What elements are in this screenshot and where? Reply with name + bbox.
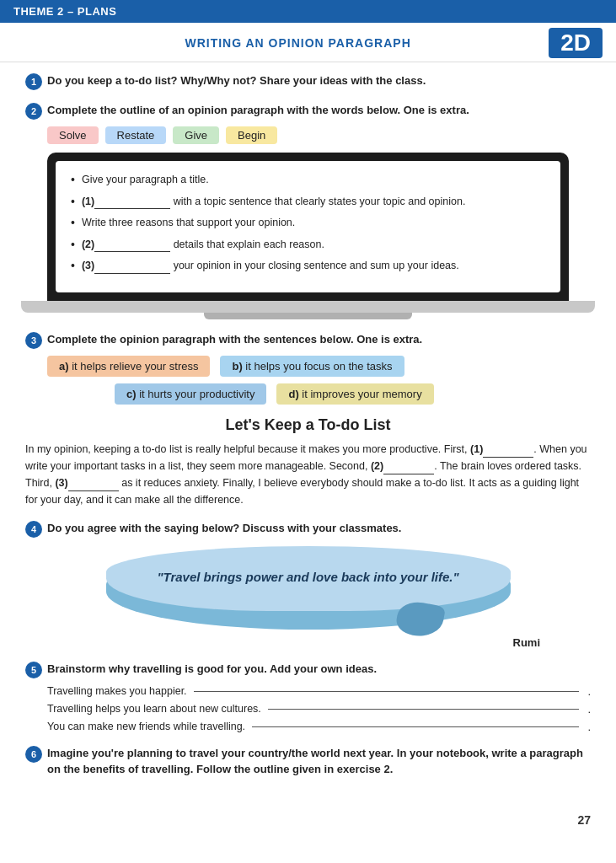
lesson-badge: 2D xyxy=(549,28,603,58)
exercise-5-text: Brainstorm why travelling is good for yo… xyxy=(47,661,377,678)
option-d-label: d) xyxy=(288,388,302,400)
exercise-1-text: Do you keep a to-do list? Why/Why not? S… xyxy=(47,72,426,89)
exercise-2: 2 Complete the outline of an opinion par… xyxy=(25,102,591,319)
exercise-3-text: Complete the opinion paragraph with the … xyxy=(47,331,422,348)
brainstorm-text-2: Travelling helps you learn about new cul… xyxy=(47,703,261,715)
exercise-1-num: 1 xyxy=(25,73,42,90)
option-a: a) it helps relieve your stress xyxy=(47,356,210,377)
option-a-label: a) xyxy=(59,360,72,373)
exercise-4-text: Do you agree with the saying below? Disc… xyxy=(47,520,401,537)
exercise-6-num: 6 xyxy=(25,746,42,763)
subheader: WRITING AN OPINION PARAGRAPH 2D xyxy=(0,23,616,62)
quote-author: Rumi xyxy=(25,636,540,649)
option-a-text: it helps relieve your stress xyxy=(72,360,198,373)
options-row-1: a) it helps relieve your stress b) it he… xyxy=(47,356,569,377)
exercise-3: 3 Complete the opinion paragraph with th… xyxy=(25,331,591,508)
laptop-item-3: Write three reasons that support your op… xyxy=(71,216,545,231)
option-b-text: it helps you focus on the tasks xyxy=(245,360,392,373)
quote-text: "Travel brings power and love back into … xyxy=(140,570,477,584)
brainstorm-line-1 xyxy=(194,691,580,692)
paragraph-body: In my opinion, keeping a to-do list is r… xyxy=(25,441,591,508)
laptop-stand xyxy=(204,313,413,319)
exercise-2-num: 2 xyxy=(25,103,42,120)
laptop-screen: Give your paragraph a title. (1) with a … xyxy=(47,153,569,301)
laptop-item-1: Give your paragraph a title. xyxy=(71,173,545,188)
brainstorm-line-3 xyxy=(252,726,579,727)
option-c-text: it hurts your productivity xyxy=(139,388,254,400)
brainstorm-text-1: Travelling makes you happier. xyxy=(47,685,187,697)
word-box-solve: Solve xyxy=(47,126,99,144)
laptop-list: Give your paragraph a title. (1) with a … xyxy=(71,173,545,274)
laptop-item-5: (3) your opinion in your closing sentenc… xyxy=(71,259,545,274)
laptop-item-2: (1) with a topic sentence that clearly s… xyxy=(71,195,545,210)
option-c: c) it hurts your productivity xyxy=(115,383,266,405)
word-box-begin: Begin xyxy=(226,126,277,144)
header-bar: THEME 2 – PLANS xyxy=(0,0,616,23)
brainstorm-table: Travelling makes you happier. . Travelli… xyxy=(47,685,591,733)
theme-label: THEME 2 – PLANS xyxy=(13,5,116,18)
options-row-2: c) it hurts your productivity d) it impr… xyxy=(47,383,569,405)
brainstorm-row-3: You can make new friends while travellin… xyxy=(47,721,591,733)
laptop-frame: Give your paragraph a title. (1) with a … xyxy=(47,153,569,319)
option-b: b) it helps you focus on the tasks xyxy=(220,356,404,377)
laptop-inner: Give your paragraph a title. (1) with a … xyxy=(56,161,560,292)
option-d-text: it improves your memory xyxy=(302,388,421,400)
brainstorm-row-2: Travelling helps you learn about new cul… xyxy=(47,703,591,716)
options-grid: a) it helps relieve your stress b) it he… xyxy=(47,356,569,405)
exercise-5-num: 5 xyxy=(25,662,42,678)
option-d: d) it improves your memory xyxy=(276,383,433,405)
exercise-1: 1 Do you keep a to-do list? Why/Why not?… xyxy=(25,72,591,90)
brainstorm-row-1: Travelling makes you happier. . xyxy=(47,685,591,698)
laptop-base xyxy=(21,301,595,313)
main-content: 1 Do you keep a to-do list? Why/Why not?… xyxy=(0,62,616,807)
quote-section: "Travel brings power and love back into … xyxy=(25,546,591,611)
quote-blob-front: "Travel brings power and love back into … xyxy=(106,546,511,611)
word-box-restate: Restate xyxy=(105,126,167,144)
paragraph-title: Let's Keep a To-do List xyxy=(25,416,591,434)
exercise-4: 4 Do you agree with the saying below? Di… xyxy=(25,520,591,649)
word-boxes: Solve Restate Give Begin xyxy=(47,126,591,144)
exercise-6-text: Imagine you're planning to travel your c… xyxy=(47,745,591,778)
laptop-item-4: (2) details that explain each reason. xyxy=(71,238,545,253)
lesson-title: WRITING AN OPINION PARAGRAPH xyxy=(47,36,549,50)
word-box-give: Give xyxy=(173,126,219,144)
exercise-6: 6 Imagine you're planning to travel your… xyxy=(25,745,591,778)
page-number: 27 xyxy=(0,807,616,834)
exercise-5: 5 Brainstorm why travelling is good for … xyxy=(25,661,591,733)
brainstorm-line-2 xyxy=(268,709,580,710)
option-c-label: c) xyxy=(126,388,139,400)
option-b-label: b) xyxy=(232,360,245,373)
brainstorm-text-3: You can make new friends while travellin… xyxy=(47,721,245,732)
exercise-2-text: Complete the outline of an opinion parag… xyxy=(47,102,469,119)
exercise-4-num: 4 xyxy=(25,521,42,538)
exercise-3-num: 3 xyxy=(25,332,42,349)
